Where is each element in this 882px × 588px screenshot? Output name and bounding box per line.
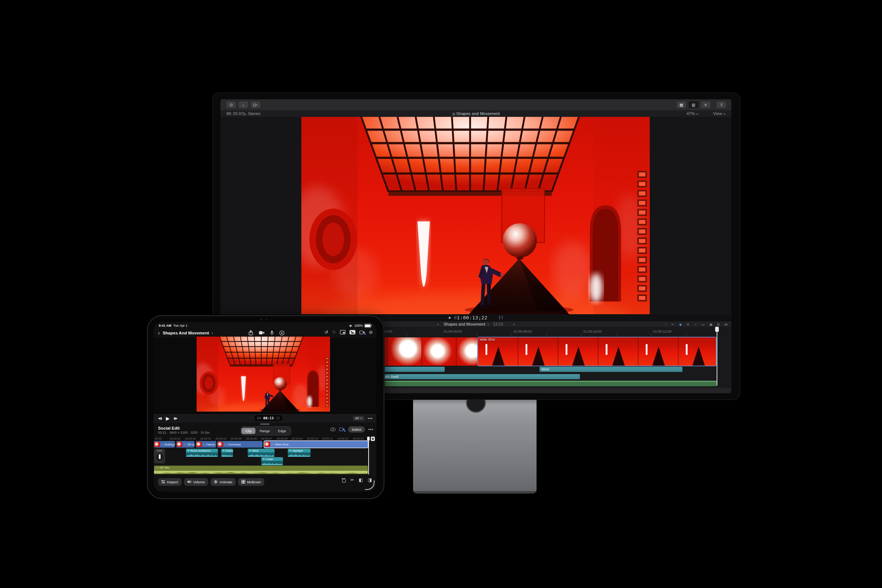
audio-clip[interactable]: Wind: [540, 367, 682, 372]
jog-wheel-icon[interactable]: [330, 427, 336, 432]
timeline-back-button[interactable]: ‹: [437, 322, 439, 326]
clip-label: Drama…: [226, 449, 233, 452]
back-button[interactable]: ‹: [158, 330, 160, 336]
solo-icon[interactable]: ∩: [694, 322, 696, 326]
video-clip[interactable]: ▭Hands: [196, 441, 216, 448]
dual-window-icon[interactable]: [340, 330, 345, 334]
edit-mode-segmented: Clip Range Edge: [241, 426, 291, 435]
audio-clip[interactable]: ◈Room Ambience: [186, 449, 218, 457]
camera-icon[interactable]: [259, 331, 265, 335]
mode-clip[interactable]: Clip: [242, 428, 255, 434]
video-clip-selected[interactable]: Wide Shot: [478, 338, 716, 366]
chevron-down-icon: ∨: [723, 112, 726, 116]
playhead[interactable]: [368, 436, 369, 474]
snapping-icon[interactable]: ▭: [701, 322, 705, 326]
clock-icon[interactable]: ⊙: [226, 101, 236, 108]
insert-left-icon[interactable]: ◧: [358, 478, 363, 482]
video-clip-selected[interactable]: ▭Wide Shot: [264, 441, 368, 448]
video-clip[interactable]: ▭Overhead: [217, 441, 262, 448]
clip-label: Hands: [207, 443, 215, 446]
ipad-video[interactable]: [196, 337, 330, 412]
center-icons: [248, 330, 285, 336]
media-browser-icon[interactable]: [350, 330, 356, 334]
marker-icon[interactable]: ▣: [709, 322, 712, 326]
filmstrip-icon[interactable]: ▥: [689, 101, 698, 108]
trash-icon[interactable]: [342, 478, 345, 482]
more-icon[interactable]: •••: [368, 416, 373, 420]
wifi-icon: [348, 324, 353, 327]
ruler-label: 00:00:10: [307, 437, 318, 440]
music-clip[interactable]: [353, 381, 717, 386]
clip-label: Wide Shot: [480, 338, 495, 341]
chevron-down-icon[interactable]: ∨: [212, 332, 213, 335]
share-icon[interactable]: ⇧: [717, 101, 726, 108]
ruler-label: 01:00:08;00: [513, 329, 532, 333]
mic-icon[interactable]: [270, 330, 274, 336]
multicam-angle-icon[interactable]: [339, 428, 345, 432]
select-button[interactable]: Select: [348, 426, 365, 432]
audio-clip[interactable]: ◈Highlight: [288, 449, 310, 457]
video-clip[interactable]: ▭Rolling Ball: [154, 441, 175, 448]
viewer-zoom-menu[interactable]: 47% ∨: [687, 111, 698, 116]
timeline-position: 13:23: [493, 322, 503, 326]
camera-preview-icon[interactable]: [359, 330, 365, 334]
mode-edge[interactable]: Edge: [274, 428, 290, 434]
playhead[interactable]: [717, 327, 717, 386]
pointer-icon[interactable]: [279, 330, 285, 336]
audio-meters[interactable]: [498, 314, 503, 321]
track-header-dial[interactable]: [154, 449, 165, 464]
audio-clip[interactable]: Dramatic Swell: [353, 374, 580, 379]
monitor-stand: [413, 395, 537, 494]
viewer-view-menu[interactable]: View ∨: [713, 111, 726, 116]
volume-button[interactable]: Volume: [184, 478, 208, 486]
drag-handle[interactable]: [260, 423, 270, 425]
play-button[interactable]: ▶: [166, 416, 170, 421]
audio-clip[interactable]: ◈Crash: [261, 457, 283, 465]
ruler-label: 00:00:03: [200, 437, 211, 440]
inspect-button[interactable]: Inspect: [158, 478, 182, 486]
music-clip[interactable]: ♪♪ Oh You: [154, 466, 368, 474]
position-icon[interactable]: ✛: [687, 322, 689, 326]
clip-label: Overhead: [228, 443, 241, 446]
timeline-project-title[interactable]: Shapes and Movement: [444, 322, 485, 326]
chevron-down-icon: ∨: [696, 112, 698, 116]
multicam-button[interactable]: Multicam: [238, 478, 264, 486]
viewer-title: Shapes and Movement: [456, 111, 500, 116]
browser-icon[interactable]: ▦: [676, 101, 686, 108]
skip-forward-icon[interactable]: ▮▶: [174, 417, 178, 420]
index-icon[interactable]: ⌶: [665, 322, 667, 326]
duplicate-icon[interactable]: ⧉: [717, 322, 720, 326]
skip-back-icon[interactable]: ◀▮: [158, 417, 162, 420]
ruler-label: 00:00:08: [277, 437, 287, 440]
redo-icon[interactable]: ↻: [332, 330, 336, 334]
animate-button[interactable]: Animate: [211, 478, 236, 486]
transition-icon[interactable]: ⋈: [724, 322, 728, 326]
project-header: Social Edit 00:21 · 3840 × 2160 · SDR · …: [154, 425, 376, 436]
ruler-label: 01:00:10;00: [583, 329, 602, 333]
timeline-forward-button[interactable]: ›: [513, 322, 515, 326]
ipad-timeline[interactable]: ▭Rolling Ball ▭Tilt Up ▭Hands ▭Overhead …: [154, 441, 376, 476]
clip-label: Wind: [252, 449, 258, 452]
project-title[interactable]: Shapes And Movement: [163, 331, 209, 335]
inspector-icon[interactable]: ≡: [701, 101, 710, 108]
skimming-icon[interactable]: ◆: [679, 322, 682, 326]
share-icon[interactable]: [248, 330, 253, 336]
audio-clip[interactable]: ◈Wind: [248, 449, 274, 457]
right-icons: ↺ ↻ ⊖: [324, 330, 373, 334]
ruler-label: 01:00:06;00: [444, 329, 462, 333]
trim-icon[interactable]: ⊢: [671, 322, 674, 326]
viewer-video[interactable]: [302, 117, 650, 314]
more-icon[interactable]: •••: [368, 428, 374, 432]
key-icon[interactable]: [250, 101, 260, 108]
scissors-icon[interactable]: ✂: [350, 478, 354, 482]
undo-icon[interactable]: ↺: [324, 330, 328, 334]
zoom-control[interactable]: 43 %: [353, 416, 365, 421]
audio-clip[interactable]: ◈Drama…: [221, 449, 233, 457]
download-icon[interactable]: ↓: [238, 101, 248, 108]
more-icon[interactable]: ⊖: [369, 330, 373, 334]
play-button[interactable]: ▶: [449, 316, 451, 320]
mode-range[interactable]: Range: [255, 428, 274, 434]
video-clip[interactable]: ▭Tilt Up: [176, 441, 194, 448]
ipad-device: 9:41 AM Tue Apr 1 100% ‹ Shapes And Move…: [147, 315, 384, 499]
music-note-icon: ♪♪: [156, 466, 159, 469]
